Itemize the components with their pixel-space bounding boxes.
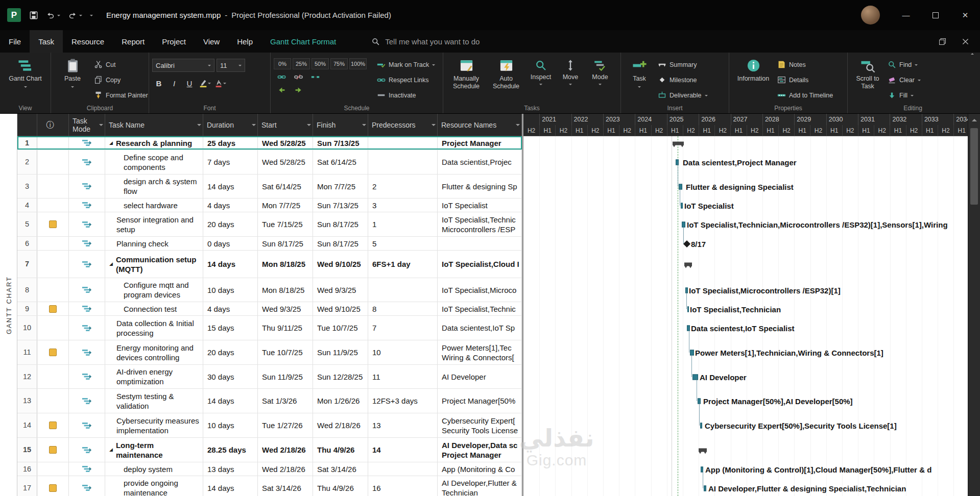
filter-arrow-icon[interactable] [307, 124, 311, 128]
clear-button[interactable]: Clear [885, 73, 924, 87]
timeline-half[interactable]: H1 [539, 125, 555, 136]
task-row-17[interactable]: 17provide ongoing maintenance14 daysSat … [17, 476, 522, 496]
finish-cell[interactable]: Mon 1/26/26 [313, 389, 368, 413]
task-mode-cell[interactable] [69, 136, 105, 150]
predecessors-cell[interactable]: 1 [368, 212, 438, 236]
details-button[interactable]: Details [774, 73, 836, 87]
bold-button[interactable]: B [152, 77, 165, 90]
tab-project[interactable]: Project [153, 30, 195, 53]
column-header-resource-names[interactable]: Resource Names [438, 114, 522, 136]
gantt-row-11[interactable]: Power Meters[1],Technician,Wiring & Conn… [523, 340, 968, 365]
finish-cell[interactable]: Wed 2/18/26 [313, 413, 368, 437]
indicator-column-header[interactable]: ⓘ [37, 114, 69, 136]
resources-cell[interactable]: AI Developer [438, 365, 522, 388]
gantt-summary-bar[interactable] [699, 449, 707, 452]
finish-cell[interactable]: Wed 9/10/25 [313, 251, 368, 278]
row-number[interactable]: 12 [17, 365, 37, 388]
gantt-task-bar[interactable] [676, 160, 679, 165]
duration-cell[interactable]: 14 days [203, 389, 258, 413]
timeline-half[interactable]: H1 [858, 125, 874, 136]
task-row-13[interactable]: 13Sestym testing & validation14 daysSat … [17, 389, 522, 413]
row-number[interactable]: 6 [17, 237, 37, 250]
duration-cell[interactable]: 7 days [203, 150, 258, 174]
copy-button[interactable]: Copy [91, 73, 151, 87]
timeline-half[interactable]: H1 [667, 125, 683, 136]
resources-cell[interactable]: IoT Specialist,Technic Microcontrollers … [438, 212, 522, 236]
task-mode-cell[interactable] [69, 340, 105, 364]
predecessors-cell[interactable]: 10 [368, 340, 438, 364]
resources-cell[interactable]: Data scientist,Projec [438, 150, 522, 174]
duration-cell[interactable]: 25 days [203, 136, 258, 150]
tab-task[interactable]: Task [30, 30, 63, 53]
finish-cell[interactable]: Sun 8/17/25 [313, 212, 368, 236]
timeline-year[interactable]: 2029 [794, 114, 826, 125]
scroll-to-task-button[interactable]: Scroll to Task [851, 56, 885, 103]
timeline-year[interactable]: 2030 [826, 114, 858, 125]
cut-button[interactable]: Cut [91, 58, 151, 71]
start-cell[interactable]: Sat 1/3/26 [258, 389, 313, 413]
timeline-year[interactable]: 2021 [539, 114, 571, 125]
task-row-8[interactable]: 8Configure mqtt and program devices10 da… [17, 278, 522, 302]
auto-schedule-button[interactable]: Auto Schedule [486, 56, 526, 103]
task-name-cell[interactable]: provide ongoing maintenance [105, 476, 203, 496]
tab-view[interactable]: View [195, 30, 228, 53]
timeline-half[interactable]: H2 [906, 125, 922, 136]
tab-gantt-chart-format[interactable]: Gantt Chart Format [261, 30, 345, 53]
row-number[interactable]: 11 [17, 340, 37, 364]
task-mode-cell[interactable] [69, 476, 105, 496]
gantt-summary-bar[interactable] [673, 141, 684, 145]
duration-cell[interactable]: 0 days [203, 237, 258, 250]
resources-cell[interactable]: Cybersecurity Expert[ Security Tools Lic… [438, 413, 522, 437]
inactivate-button[interactable]: Inactivate [374, 88, 438, 102]
timeline-half[interactable]: H1 [890, 125, 905, 136]
duration-cell[interactable]: 10 days [203, 413, 258, 437]
row-number[interactable]: 4 [17, 199, 37, 212]
start-cell[interactable]: Mon 8/18/25 [258, 251, 313, 278]
task-name-cell[interactable]: AI-driven energy omptimization [105, 365, 203, 388]
predecessors-cell[interactable] [368, 462, 438, 476]
percent-50-button[interactable]: 50% [312, 58, 329, 69]
finish-cell[interactable]: Wed 9/3/25 [313, 278, 368, 302]
row-number[interactable]: 2 [17, 150, 37, 174]
font-size-combobox[interactable]: 11 [217, 59, 245, 72]
underline-button[interactable]: U [183, 77, 196, 90]
highlight-color-button[interactable] [198, 77, 211, 90]
gantt-summary-bar[interactable] [684, 263, 692, 266]
predecessors-cell[interactable]: 12FS+3 days [368, 389, 438, 413]
filter-arrow-icon[interactable] [252, 124, 256, 128]
unlink-tasks-button[interactable] [291, 71, 306, 83]
redo-button[interactable] [68, 11, 82, 20]
duration-cell[interactable]: 4 days [203, 302, 258, 315]
gantt-task-bar[interactable] [700, 423, 702, 429]
gantt-row-4[interactable]: IoT Specialist [523, 199, 968, 212]
task-name-cell[interactable]: Sensor integration and setup [105, 212, 203, 236]
tab-file[interactable]: File [0, 30, 30, 53]
timeline-half[interactable]: H2 [714, 125, 730, 136]
save-button[interactable] [29, 11, 38, 20]
split-task-button[interactable] [307, 71, 323, 83]
row-number[interactable]: 7 [17, 251, 37, 278]
gantt-row-3[interactable]: Flutter & designing Specialist [523, 175, 968, 199]
finish-cell[interactable]: Wed 9/10/25 [313, 302, 368, 315]
start-cell[interactable]: Mon 7/7/25 [258, 199, 313, 212]
add-to-timeline-button[interactable]: Add to Timeline [774, 88, 836, 102]
timeline-half[interactable]: H2 [842, 125, 858, 136]
percent-0-button[interactable]: 0% [274, 58, 291, 69]
duration-cell[interactable]: 10 days [203, 278, 258, 302]
task-mode-cell[interactable] [69, 175, 105, 198]
scroll-up-button[interactable] [968, 114, 980, 126]
timeline-half[interactable]: H2 [938, 125, 953, 136]
tab-resource[interactable]: Resource [63, 30, 113, 53]
timeline-half[interactable]: H1 [922, 125, 938, 136]
italic-button[interactable]: I [168, 77, 181, 90]
gantt-task-bar[interactable] [704, 485, 706, 491]
scrollbar-thumb[interactable] [970, 128, 978, 205]
task-name-cell[interactable]: design arch & system flow [105, 175, 203, 198]
task-name-cell[interactable]: ◢Research & planning [105, 136, 203, 150]
duration-cell[interactable]: 30 days [203, 365, 258, 388]
task-mode-cell[interactable] [69, 237, 105, 250]
gantt-row-8[interactable]: IoT Specialist,Microcontrollers /ESP32)[… [523, 278, 968, 302]
collapse-triangle-icon[interactable]: ◢ [109, 445, 113, 455]
finish-cell[interactable]: Thu 4/9/26 [313, 476, 368, 496]
gantt-row-15[interactable] [523, 438, 968, 462]
